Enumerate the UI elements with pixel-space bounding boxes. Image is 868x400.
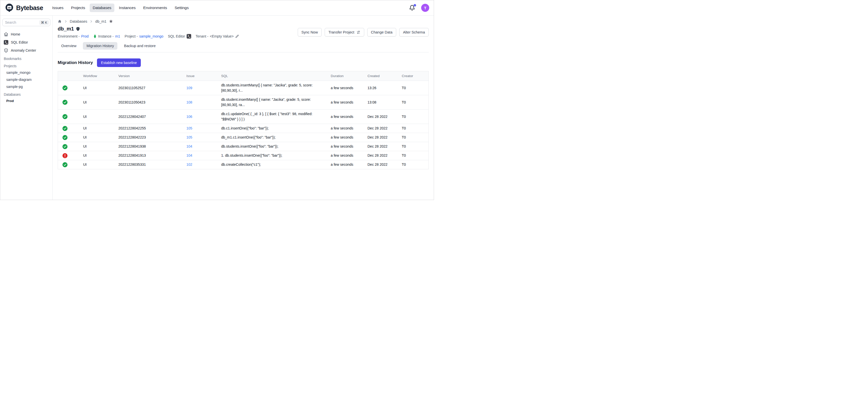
svg-text:m: m — [8, 6, 10, 9]
created-cell: Dec 28 2022 — [365, 112, 399, 121]
sidebar-section-bookmarks: Bookmarks — [2, 54, 51, 62]
issue-link[interactable]: 109 — [186, 86, 192, 90]
table-row[interactable]: UI 20221228042407 106 db.c1.updateOne( {… — [58, 109, 429, 124]
establish-new-baseline-button[interactable]: Establish new baseline — [97, 58, 141, 67]
tab-overview[interactable]: Overview — [58, 42, 80, 50]
error-exclamation-icon — [62, 153, 67, 158]
nav-item-projects[interactable]: Projects — [68, 3, 88, 12]
notification-bell-icon[interactable] — [409, 5, 415, 11]
migration-history-section-header: Migration History Establish new baseline — [58, 58, 429, 67]
breadcrumb-databases[interactable]: Databases — [70, 20, 87, 24]
sql-cell: db.c1.updateOne( { _id: 3 }, [ { $set: {… — [218, 110, 328, 124]
column-header-workflow: Workflow — [80, 71, 115, 81]
sidebar-section-projects: Projects — [2, 62, 51, 69]
shield-alert-icon[interactable] — [76, 26, 80, 31]
sql-cell: db.createCollection("c1"); — [218, 160, 328, 169]
sidebar-item-home[interactable]: Home — [2, 30, 51, 38]
issue-link[interactable]: 105 — [186, 135, 192, 139]
workflow-cell: UI — [80, 142, 115, 151]
nav-item-settings[interactable]: Settings — [172, 3, 192, 12]
duration-cell: a few seconds — [328, 112, 365, 121]
issue-link[interactable]: 106 — [186, 115, 192, 119]
creator-cell: T0 — [399, 133, 429, 142]
table-body: UI 20230111052527 109 db.students.insert… — [58, 81, 429, 169]
sidebar-item-sample-pg[interactable]: sample-pg — [2, 83, 51, 90]
chevron-right-icon — [64, 20, 67, 23]
creator-cell: T0 — [399, 151, 429, 160]
sidebar-item-prod[interactable]: Prod — [2, 97, 51, 104]
bytebase-logo-icon: m — [5, 3, 14, 12]
nav-item-issues[interactable]: Issues — [49, 3, 66, 12]
success-check-icon — [62, 144, 67, 149]
table-row[interactable]: UI 20221228042255 105 db.c1.insertOne({"… — [58, 124, 429, 133]
search-shortcut-badge: ⌘ K — [39, 20, 49, 25]
star-icon[interactable] — [109, 19, 113, 24]
sql-cell: db_m1.c1.insertOne({"foo": "bar"}); — [218, 133, 328, 142]
workflow-cell: UI — [80, 84, 115, 92]
creator-cell: T0 — [399, 160, 429, 169]
avatar[interactable]: T — [421, 4, 429, 12]
duration-cell: a few seconds — [328, 142, 365, 151]
alter-schema-button[interactable]: Alter Schema — [399, 28, 429, 36]
table-row[interactable]: UI 20221228041913 104 1. db.students.ins… — [58, 151, 429, 160]
sidebar-item-anomaly-center[interactable]: Anomaly Center — [2, 47, 51, 54]
sidebar-item-sample-mongo[interactable]: sample_mongo — [2, 69, 51, 76]
chevron-right-icon — [89, 20, 93, 23]
table-row[interactable]: UI 20221228041938 104 db.students.insert… — [58, 142, 429, 151]
created-cell: Dec 28 2022 — [365, 151, 399, 160]
tab-migration-history[interactable]: Migration History — [83, 42, 117, 50]
navbar-right: T — [409, 4, 429, 12]
sidebar-item-sql-editor[interactable]: SQL Editor — [2, 38, 51, 47]
terminal-icon[interactable] — [187, 34, 191, 38]
issue-link[interactable]: 104 — [186, 153, 192, 157]
duration-cell: a few seconds — [328, 124, 365, 133]
nav-item-databases[interactable]: Databases — [90, 3, 114, 12]
nav-item-instances[interactable]: Instances — [116, 3, 138, 12]
project-link[interactable]: sample_mongo — [139, 34, 163, 38]
environment-label: Environment - — [58, 34, 80, 38]
creator-cell: T0 — [399, 112, 429, 121]
issue-link[interactable]: 105 — [186, 126, 192, 130]
search-input[interactable] — [5, 21, 39, 25]
duration-cell: a few seconds — [328, 84, 365, 92]
status-cell — [58, 98, 80, 106]
duration-cell: a few seconds — [328, 151, 365, 160]
issue-link[interactable]: 102 — [186, 162, 192, 166]
tenant-value: <Empty Value> — [210, 34, 234, 38]
instance-link[interactable]: m1 — [115, 34, 120, 38]
breadcrumb-db-m1[interactable]: db_m1 — [95, 20, 106, 24]
sidebar-item-sample-diagram[interactable]: sample-diagram — [2, 76, 51, 83]
duration-cell: a few seconds — [328, 160, 365, 169]
issue-link[interactable]: 104 — [186, 144, 192, 148]
transfer-project-button[interactable]: Transfer Project — [325, 28, 364, 36]
created-cell: Dec 28 2022 — [365, 160, 399, 169]
environment-link[interactable]: Prod — [81, 34, 89, 38]
column-header-status — [58, 74, 80, 78]
brand[interactable]: m Bytebase — [5, 3, 43, 12]
nav-item-environments[interactable]: Environments — [140, 3, 170, 12]
terminal-icon — [4, 40, 8, 44]
main-content: Databases db_m1 db_m1 — [53, 16, 434, 200]
workflow-cell: UI — [80, 151, 115, 160]
table-row[interactable]: UI 20221228042223 105 db_m1.c1.insertOne… — [58, 133, 429, 142]
status-cell — [58, 84, 80, 92]
sql-cell: db.c1.insertOne({"foo": "bar"}); — [218, 124, 328, 133]
change-data-button[interactable]: Change Data — [367, 28, 396, 36]
search-box[interactable]: ⌘ K — [2, 19, 51, 26]
edit-pencil-icon[interactable] — [235, 34, 239, 38]
duration-cell: a few seconds — [328, 133, 365, 142]
table-row[interactable]: UI 20230111052527 109 db.students.insert… — [58, 81, 429, 95]
transfer-icon — [356, 30, 361, 34]
tab-backup-and-restore[interactable]: Backup and restore — [120, 42, 159, 50]
status-cell — [58, 112, 80, 121]
breadcrumb-home-icon[interactable] — [58, 20, 62, 24]
issue-link[interactable]: 108 — [186, 100, 192, 104]
table-row[interactable]: UI 20230111050423 108 db.student.insertM… — [58, 95, 429, 109]
success-check-icon — [62, 162, 67, 167]
sync-now-button[interactable]: Sync Now — [298, 28, 322, 36]
sql-cell: db.students.insertOne({"foo": "bar"}); — [218, 142, 328, 151]
success-check-icon — [62, 85, 67, 90]
project-label: Project - — [125, 34, 138, 38]
status-cell — [58, 160, 80, 169]
table-row[interactable]: UI 20221228035331 102 db.createCollectio… — [58, 160, 429, 169]
